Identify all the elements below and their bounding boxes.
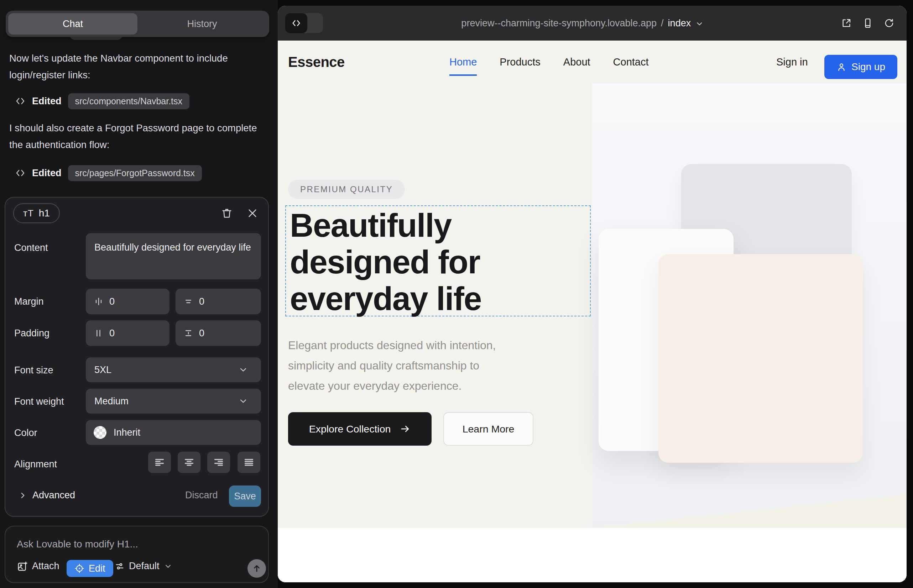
code-icon [285,13,307,33]
color-swatch [94,426,107,439]
font-size-label: Font size [14,365,53,376]
user-icon [837,62,847,72]
align-left-icon [154,457,165,468]
nav-links: Home Products About Contact [449,40,649,84]
chevron-down-icon [695,19,704,28]
code-icon [15,168,26,178]
attach-image-icon [17,561,28,572]
file-chip[interactable]: src/pages/ForgotPassword.tsx [68,165,202,181]
sign-up-button[interactable]: Sign up [824,55,897,79]
discard-button[interactable]: Discard [185,490,218,501]
attach-button[interactable]: Attach [17,561,60,572]
url-separator: / [661,18,664,29]
margin-label: Margin [14,296,44,307]
chevron-down-icon [230,365,254,375]
sign-in-link[interactable]: Sign in [776,40,808,84]
arrow-up-icon [252,564,262,573]
mobile-view-button[interactable] [863,18,873,29]
file-chip[interactable]: src/components/Navbar.tsx [68,93,190,109]
site-preview: Essence Home Products About Contact Sign… [278,40,907,582]
url-bar[interactable]: preview--charming-site-symphony.lovable.… [461,6,704,40]
target-icon [74,564,84,573]
external-link-icon [841,18,852,29]
sliders-icon [115,561,125,571]
tab-history[interactable]: History [138,13,267,34]
lovable-workspace: Chat History Now let's update the Navbar… [0,0,913,588]
edited-file-row: Edited src/components/Navbar.tsx [15,92,189,110]
nav-link-contact[interactable]: Contact [613,56,649,68]
font-weight-select[interactable]: Medium [86,389,261,414]
open-external-button[interactable] [841,18,852,29]
explore-collection-button[interactable]: Explore Collection [288,412,432,446]
site-logo[interactable]: Essence [288,40,345,84]
edit-mode-button[interactable]: Edit [66,560,113,577]
align-justify-button[interactable] [238,452,260,473]
font-size-select[interactable]: 5XL [86,357,261,382]
delete-element-button[interactable] [219,205,235,221]
chat-history-tabs: Chat History [6,11,269,37]
site-navbar: Essence Home Products About Contact Sign… [278,40,907,84]
nav-link-home[interactable]: Home [449,56,477,68]
align-center-icon [183,457,195,468]
align-right-icon [213,457,224,468]
nav-link-about[interactable]: About [563,56,590,68]
decorative-card-cream [659,254,863,463]
next-section-background [278,528,907,582]
chat-composer: Attach Edit Default [5,526,269,583]
preview-window: preview--charming-site-symphony.lovable.… [278,6,907,582]
horizontal-padding-icon [94,328,104,338]
font-weight-label: Font weight [14,396,64,407]
content-label: Content [14,242,48,254]
edited-file-row: Edited src/pages/ForgotPassword.tsx [15,165,202,181]
url-page: index [668,18,691,29]
chevron-down-icon [230,396,254,406]
hero-headline[interactable]: Beautifully designed for everyday life [290,207,481,317]
content-input[interactable]: Beautifully designed for everyday life [86,233,261,279]
hero-paragraph: Elegant products designed with intention… [288,335,496,396]
inspector-footer: Advanced Discard Save [5,486,268,507]
chevron-right-icon [18,491,28,500]
vertical-padding-icon [183,328,193,338]
vertical-spacing-icon [183,297,193,307]
url-domain: preview--charming-site-symphony.lovable.… [461,18,657,29]
margin-y-input[interactable]: 0 [176,289,261,314]
advanced-toggle[interactable]: Advanced [18,490,75,501]
align-right-button[interactable] [207,452,230,473]
assistant-message: I should also create a Forgot Password p… [9,120,264,153]
selected-element-tag: тT h1 [13,203,60,223]
arrow-right-icon [400,423,411,434]
edited-label: Edited [32,168,62,179]
close-icon[interactable] [244,205,260,221]
chat-sidebar: Chat History Now let's update the Navbar… [0,0,278,588]
align-left-button[interactable] [148,452,171,473]
nav-link-products[interactable]: Products [500,56,540,68]
code-icon [15,96,26,107]
padding-y-input[interactable]: 0 [176,320,261,346]
mobile-icon [863,18,873,29]
padding-x-input[interactable]: 0 [86,320,170,346]
model-selector[interactable]: Default [115,561,172,572]
toolbar-actions [841,6,895,40]
color-select[interactable]: Inherit [86,420,261,445]
send-button[interactable] [248,559,266,578]
margin-x-input[interactable]: 0 [86,289,170,314]
preview-toolbar: preview--charming-site-symphony.lovable.… [278,6,907,40]
type-icon: тT [23,208,34,219]
premium-badge: PREMIUM QUALITY [288,180,405,199]
padding-label: Padding [14,328,50,339]
refresh-icon [884,18,895,29]
alignment-label: Alignment [14,459,57,470]
save-button[interactable]: Save [229,486,261,507]
edited-label: Edited [32,96,62,107]
learn-more-button[interactable]: Learn More [444,412,533,446]
refresh-button[interactable] [884,18,895,29]
horizontal-spacing-icon [94,297,104,307]
align-center-button[interactable] [178,452,201,473]
assistant-message: Now let's update the Navbar component to… [9,50,264,83]
tab-chat[interactable]: Chat [8,13,138,34]
tag-label: h1 [39,207,50,219]
chat-input[interactable] [17,536,252,552]
chevron-down-icon [164,562,172,570]
code-preview-toggle[interactable] [285,13,323,33]
align-justify-icon [243,457,254,468]
